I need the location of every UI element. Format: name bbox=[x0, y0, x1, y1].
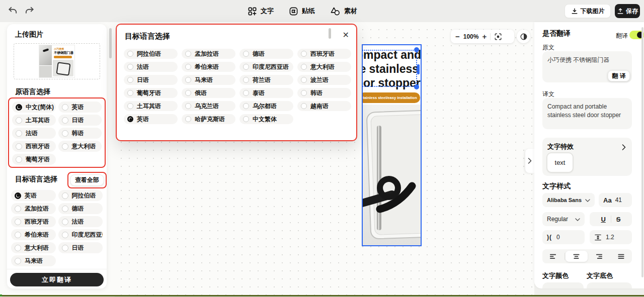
language-label: 日语 bbox=[72, 116, 84, 125]
source-language-option[interactable]: 意大利语 bbox=[58, 141, 102, 152]
underline-button[interactable]: U bbox=[601, 216, 605, 223]
modal-language-option[interactable]: 波兰语 bbox=[297, 75, 351, 85]
zoom-out-button[interactable]: − bbox=[455, 33, 460, 40]
language-label: 日语 bbox=[72, 244, 84, 252]
target-language-option[interactable]: 希伯来语 bbox=[11, 229, 56, 240]
target-language-option[interactable]: 意大利语 bbox=[11, 242, 56, 253]
text-color-picker[interactable] bbox=[542, 282, 584, 288]
modal-language-option[interactable]: 中文繁体 bbox=[239, 114, 293, 124]
radio-icon bbox=[127, 90, 133, 96]
language-label: 法语 bbox=[72, 218, 84, 226]
zoom-in-button[interactable]: + bbox=[482, 33, 487, 40]
modal-language-option[interactable]: 日语 bbox=[124, 75, 178, 85]
source-language-option[interactable]: 中文(简体) bbox=[12, 102, 56, 113]
font-family-select[interactable]: Alibaba Sans bbox=[542, 193, 595, 207]
modal-language-option[interactable]: 越南语 bbox=[297, 101, 351, 111]
target-language-option[interactable]: 印度尼西亚语 bbox=[58, 229, 103, 240]
modal-language-option[interactable]: 土耳其语 bbox=[124, 101, 178, 111]
compare-original-button[interactable] bbox=[517, 30, 530, 43]
text-tool-button[interactable]: 文字 bbox=[248, 7, 274, 16]
right-panel-collapse-tab[interactable] bbox=[525, 149, 534, 173]
modal-title: 目标语言选择 bbox=[125, 32, 170, 41]
undo-button[interactable] bbox=[7, 6, 18, 17]
material-tool-button[interactable]: 素材 bbox=[330, 7, 357, 16]
target-language-option[interactable]: 德语 bbox=[58, 203, 103, 214]
modal-language-option[interactable]: 乌尔都语 bbox=[239, 101, 293, 111]
modal-language-option[interactable]: 葡萄牙语 bbox=[124, 88, 178, 98]
modal-language-option[interactable]: 希伯来语 bbox=[182, 62, 235, 72]
language-label: 印度尼西亚语 bbox=[253, 63, 289, 71]
modal-language-option[interactable]: 乌克兰语 bbox=[182, 101, 235, 111]
effects-expand-button[interactable] bbox=[622, 143, 626, 152]
language-label: 土耳其语 bbox=[26, 116, 50, 125]
source-language-option[interactable]: 土耳其语 bbox=[12, 115, 56, 126]
translate-now-button[interactable]: 立即翻译 bbox=[10, 273, 104, 286]
modal-language-option[interactable]: 印度尼西亚语 bbox=[239, 62, 293, 72]
text-grid-plus-icon bbox=[248, 7, 257, 16]
text-bg-color-picker[interactable] bbox=[587, 282, 632, 288]
modal-language-option[interactable]: 荷兰语 bbox=[239, 75, 293, 85]
radio-icon bbox=[127, 64, 133, 70]
strikethrough-button[interactable]: S bbox=[616, 216, 621, 223]
modal-language-option[interactable]: 法语 bbox=[124, 62, 178, 72]
product-image-selection[interactable]: ompact and le stainless oor stopper stai… bbox=[362, 44, 422, 246]
upload-image-dropzone[interactable]: 小巧便携 不锈钢阻门器 bbox=[14, 43, 100, 79]
modal-scrollbar[interactable] bbox=[329, 28, 331, 39]
letter-spacing-control[interactable]: )( 0 bbox=[542, 230, 585, 244]
download-image-button[interactable]: 下载图片 bbox=[565, 4, 611, 18]
sticker-tool-button[interactable]: 贴纸 bbox=[289, 7, 315, 16]
translate-text-button[interactable]: 翻 译 bbox=[608, 70, 630, 81]
modal-language-option[interactable]: 德语 bbox=[239, 49, 293, 59]
radio-icon bbox=[62, 130, 68, 137]
view-all-button[interactable]: 查看全部 bbox=[70, 174, 104, 186]
target-language-option[interactable]: 日语 bbox=[58, 242, 103, 253]
target-language-option[interactable]: 英语 bbox=[11, 190, 56, 201]
source-language-option[interactable]: 日语 bbox=[58, 115, 102, 126]
modal-language-option[interactable]: 韩语 bbox=[297, 88, 351, 98]
target-language-option[interactable]: 孟加拉语 bbox=[11, 203, 56, 214]
divider bbox=[611, 216, 611, 223]
modal-language-option[interactable]: 西班牙语 bbox=[297, 49, 351, 59]
language-label: 日语 bbox=[137, 76, 149, 84]
modal-language-option[interactable]: 英语 bbox=[124, 114, 178, 124]
target-language-option[interactable]: 法语 bbox=[58, 216, 103, 227]
source-language-option[interactable]: 英语 bbox=[58, 102, 102, 113]
selection-handle-top-right[interactable] bbox=[414, 47, 419, 52]
source-language-option[interactable]: 西班牙语 bbox=[12, 141, 56, 152]
source-language-option[interactable]: 韩语 bbox=[58, 128, 102, 139]
align-left-button[interactable] bbox=[542, 249, 565, 263]
align-justify-button[interactable] bbox=[610, 249, 632, 263]
selection-handle-right-middle[interactable] bbox=[417, 64, 420, 74]
left-panel-scrollbar[interactable] bbox=[109, 28, 112, 58]
modal-language-option[interactable]: 泰语 bbox=[239, 88, 293, 98]
thumbnail-product bbox=[53, 60, 73, 76]
close-icon[interactable]: ✕ bbox=[343, 30, 349, 40]
target-language-option[interactable]: 阿拉伯语 bbox=[58, 190, 103, 201]
source-language-option[interactable]: 法语 bbox=[12, 128, 56, 139]
modal-language-option[interactable]: 马来语 bbox=[182, 75, 235, 85]
translation-text-input[interactable]: Compact and portable stainless steel doo… bbox=[542, 98, 632, 129]
source-language-option[interactable]: 葡萄牙语 bbox=[12, 154, 56, 165]
redo-button[interactable] bbox=[24, 6, 35, 17]
target-language-option[interactable]: 西班牙语 bbox=[11, 216, 56, 227]
fit-to-screen-icon[interactable] bbox=[494, 33, 502, 41]
selection-handle-bottom-right[interactable] bbox=[414, 84, 419, 89]
modal-language-option[interactable]: 俄语 bbox=[182, 88, 235, 98]
radio-icon bbox=[15, 245, 21, 251]
effect-none-swatch[interactable]: text bbox=[546, 152, 574, 173]
font-weight-select[interactable]: Regular bbox=[542, 212, 585, 226]
modal-language-option[interactable]: 意大利语 bbox=[297, 62, 351, 72]
right-panel-scrollbar[interactable] bbox=[641, 27, 643, 277]
modal-language-option[interactable]: 哈萨克斯语 bbox=[182, 114, 235, 124]
align-right-button[interactable] bbox=[588, 249, 610, 263]
modal-language-option[interactable]: 阿拉伯语 bbox=[124, 49, 178, 59]
align-center-button[interactable] bbox=[566, 251, 588, 262]
save-button[interactable]: 保存 bbox=[615, 4, 640, 18]
source-language-list: 中文(简体) 英语 土耳其语 日语 法语 bbox=[12, 102, 102, 165]
modal-language-option[interactable]: 孟加拉语 bbox=[182, 49, 235, 59]
sticker-tool-label: 贴纸 bbox=[302, 7, 315, 16]
font-size-control[interactable]: Aa 41 bbox=[599, 193, 632, 207]
line-height-control[interactable]: 1.2 bbox=[590, 230, 632, 244]
target-language-option[interactable]: 马来语 bbox=[11, 255, 56, 266]
uploaded-image-thumbnail[interactable]: 小巧便携 不锈钢阻门器 bbox=[39, 45, 74, 77]
